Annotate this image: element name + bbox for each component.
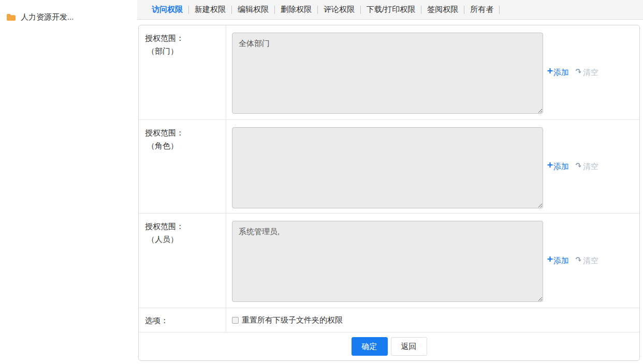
scope-label-line1: 授权范围：	[145, 126, 226, 139]
role-add-button[interactable]: 添加	[547, 162, 569, 172]
add-label: 添加	[553, 162, 569, 172]
curved-arrow-down-icon	[575, 68, 582, 75]
department-add-button[interactable]: 添加	[547, 68, 569, 78]
reset-subfolder-permissions-checkbox[interactable]	[232, 317, 239, 324]
back-button[interactable]: 返回	[391, 337, 427, 356]
folder-label: 人力资源开发...	[21, 12, 74, 22]
clear-label: 清空	[583, 162, 598, 172]
folder-icon	[6, 13, 16, 21]
scope-label-line2: （人员）	[145, 233, 226, 246]
tab-bar: 访问权限 新建权限 编辑权限 删除权限 评论权限 下载/打印权限 签阅权限 所有…	[137, 0, 643, 20]
sidebar-folder-item[interactable]: 人力资源开发...	[0, 0, 137, 22]
department-clear-button[interactable]: 清空	[575, 68, 598, 78]
tab-edit-permission[interactable]: 编辑权限	[232, 5, 274, 14]
scope-label-line1: 授权范围：	[145, 220, 226, 233]
scope-label-line1: 授权范围：	[145, 32, 226, 44]
plus-icon	[547, 256, 553, 262]
curved-arrow-down-icon	[575, 162, 582, 169]
tab-owner[interactable]: 所有者	[464, 5, 499, 14]
options-label: 选项：	[145, 314, 168, 327]
tab-access-permission[interactable]: 访问权限	[152, 5, 188, 14]
clear-label: 清空	[583, 68, 598, 78]
tab-separator	[499, 6, 500, 14]
role-row-actions: 添加 清空	[547, 162, 598, 172]
department-row-label: 授权范围： （部门）	[139, 25, 226, 119]
reset-subfolder-permissions-label: 重置所有下级子文件夹的权限	[242, 315, 343, 325]
form-row-options: 选项： 重置所有下级子文件夹的权限	[139, 308, 639, 332]
department-row-content: 全体部门 添加 清空	[226, 25, 639, 119]
department-row-actions: 添加 清空	[547, 68, 598, 78]
role-row-label: 授权范围： （角色）	[139, 120, 226, 213]
tab-sign-read-permission[interactable]: 签阅权限	[421, 5, 464, 14]
form-row-role: 授权范围： （角色） 添加 清空	[139, 120, 639, 214]
clear-label: 清空	[583, 256, 598, 266]
person-scope-textarea[interactable]: 系统管理员,	[232, 221, 543, 302]
person-clear-button[interactable]: 清空	[575, 256, 598, 266]
options-row-label: 选项：	[139, 308, 226, 332]
person-add-button[interactable]: 添加	[547, 256, 569, 266]
scope-label-line2: （部门）	[145, 44, 226, 57]
sidebar: 人力资源开发...	[0, 0, 137, 364]
person-row-actions: 添加 清空	[547, 256, 598, 266]
confirm-button[interactable]: 确定	[352, 337, 388, 356]
plus-icon	[547, 162, 553, 168]
tab-comment-permission[interactable]: 评论权限	[318, 5, 360, 14]
person-row-content: 系统管理员, 添加 清空	[226, 214, 639, 308]
tab-download-print-permission[interactable]: 下载/打印权限	[361, 5, 421, 14]
add-label: 添加	[553, 256, 569, 266]
form-row-person: 授权范围： （人员） 系统管理员, 添加 清空	[139, 214, 639, 308]
role-scope-textarea[interactable]	[232, 127, 543, 208]
options-row-content: 重置所有下级子文件夹的权限	[226, 308, 639, 332]
add-label: 添加	[553, 68, 569, 78]
tab-delete-permission[interactable]: 删除权限	[275, 5, 317, 14]
person-row-label: 授权范围： （人员）	[139, 214, 226, 308]
department-scope-textarea[interactable]: 全体部门	[232, 33, 543, 114]
form-row-buttons: 确定 返回	[139, 332, 639, 360]
permissions-form-panel: 授权范围： （部门） 全体部门 添加 清空 授权范围： （角色） 添加 清空 授…	[138, 25, 640, 361]
scope-label-line2: （角色）	[145, 139, 226, 152]
role-row-content: 添加 清空	[226, 120, 639, 213]
curved-arrow-down-icon	[575, 256, 582, 263]
tab-create-permission[interactable]: 新建权限	[189, 5, 231, 14]
role-clear-button[interactable]: 清空	[575, 162, 598, 172]
form-row-department: 授权范围： （部门） 全体部门 添加 清空	[139, 25, 639, 120]
plus-icon	[547, 68, 553, 74]
